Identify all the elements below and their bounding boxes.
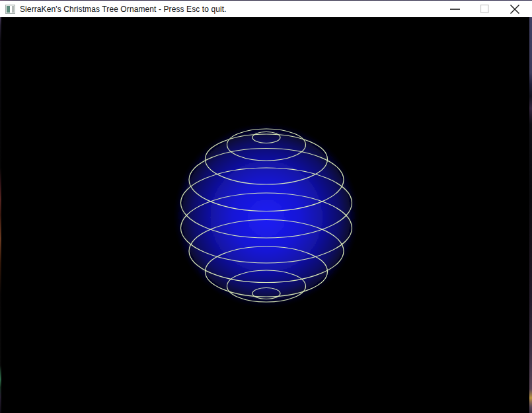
titlebar[interactable]: SierraKen's Christmas Tree Ornament - Pr…: [0, 1, 532, 17]
app-window: SierraKen's Christmas Tree Ornament - Pr…: [0, 0, 532, 413]
window-title: SierraKen's Christmas Tree Ornament - Pr…: [20, 5, 227, 14]
app-icon: [5, 5, 15, 14]
ornament-ball: [178, 128, 354, 303]
window-right-border: [529, 17, 532, 413]
app-icon-pane: [12, 6, 14, 13]
maximize-icon: [480, 4, 490, 14]
minimize-icon: [449, 3, 461, 15]
minimize-button[interactable]: [440, 1, 470, 17]
window-controls: [440, 1, 529, 17]
render-canvas: [1, 17, 529, 413]
ornament-sphere: [1, 17, 529, 413]
close-icon: [510, 4, 520, 15]
close-button[interactable]: [500, 1, 529, 17]
maximize-button[interactable]: [470, 1, 500, 17]
